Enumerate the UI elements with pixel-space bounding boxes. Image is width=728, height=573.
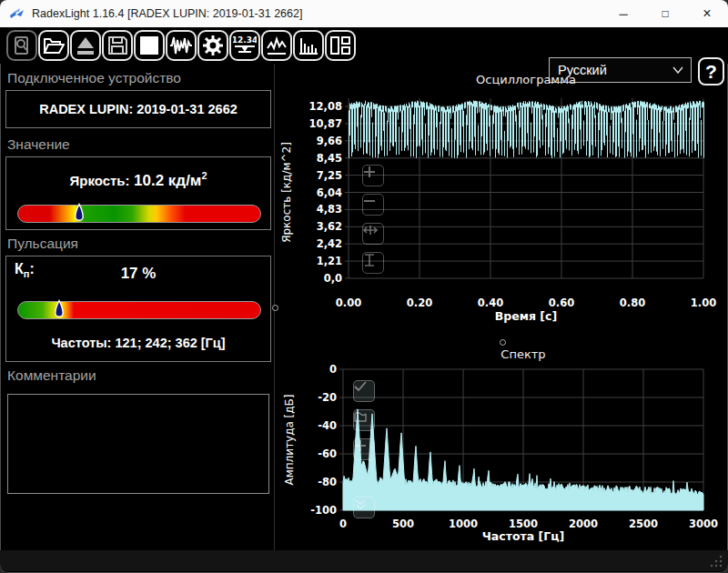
chart-zoom-out-button[interactable] xyxy=(362,194,384,216)
waveform-icon xyxy=(169,35,193,56)
chart-fit-vertical-button[interactable] xyxy=(362,252,384,274)
svg-text:Осциллограмма: Осциллограмма xyxy=(476,73,576,86)
resize-grip[interactable] xyxy=(710,555,723,568)
svg-text:4,83: 4,83 xyxy=(317,203,342,216)
digital-value-icon: 12.34 xyxy=(233,35,257,56)
svg-text:-20: -20 xyxy=(318,391,337,404)
status-bar xyxy=(0,550,728,571)
brightness-scale-bar xyxy=(17,205,261,223)
brightness-value-line: Яркость: 10.2 кд/м2 xyxy=(6,170,270,190)
svg-text:0,0: 0,0 xyxy=(324,272,342,285)
minus-icon xyxy=(363,195,376,207)
save-button[interactable] xyxy=(102,30,133,61)
spectrum-zoom-in-button[interactable] xyxy=(353,438,375,460)
close-button[interactable]: × xyxy=(686,0,728,27)
line-chart-icon xyxy=(266,35,288,55)
comments-input[interactable] xyxy=(7,394,269,494)
pulsation-section-header: Пульсация xyxy=(7,236,78,252)
floppy-disk-icon xyxy=(107,35,127,55)
svg-text:-60: -60 xyxy=(318,447,337,460)
open-file-button[interactable] xyxy=(38,30,69,61)
svg-text:500: 500 xyxy=(392,518,414,530)
open-folder-icon xyxy=(43,35,65,55)
magnifier-document-icon xyxy=(12,35,32,55)
fit-vertical-icon xyxy=(363,253,376,267)
preview-zoom-button[interactable] xyxy=(6,30,37,61)
svg-text:0.40: 0.40 xyxy=(478,297,503,309)
envelope-curve-icon xyxy=(354,410,367,423)
plus-icon xyxy=(363,166,376,178)
value-section-header: Значение xyxy=(7,136,70,153)
svg-text:12.34: 12.34 xyxy=(233,35,257,45)
oscillogram-button[interactable] xyxy=(166,30,197,61)
pulsation-scale-bar xyxy=(17,301,261,319)
svg-text:6,04: 6,04 xyxy=(317,186,342,199)
spectrum-autoscale-button[interactable] xyxy=(353,380,375,402)
brightness-marker-icon xyxy=(74,203,85,225)
layout-panels-button[interactable] xyxy=(325,30,356,61)
brightness-unit-exponent: 2 xyxy=(201,170,207,181)
svg-text:Частота [Гц]: Частота [Гц] xyxy=(482,529,564,543)
comments-section-header: Комментарии xyxy=(7,367,96,384)
svg-text:-100: -100 xyxy=(310,504,337,517)
svg-text:2500: 2500 xyxy=(629,518,658,530)
spectrum-collapse-button[interactable] xyxy=(353,497,375,518)
app-window: RadexLight 1.16.4 [RADEX LUPIN: 2019-01-… xyxy=(0,0,728,573)
svg-text:Амплитуда [дБ]: Амплитуда [дБ] xyxy=(283,394,296,485)
maximize-button[interactable]: □ xyxy=(644,0,686,27)
svg-text:2000: 2000 xyxy=(569,518,598,530)
svg-text:12,08: 12,08 xyxy=(309,100,342,113)
titlebar: RadexLight 1.16.4 [RADEX LUPIN: 2019-01-… xyxy=(0,0,728,27)
device-name: RADEX LUPIN: 2019-01-31 2662 xyxy=(6,102,270,116)
svg-text:Спектр: Спектр xyxy=(500,347,545,361)
svg-text:1000: 1000 xyxy=(449,518,478,530)
layout-icon xyxy=(329,35,351,55)
eject-device-button[interactable] xyxy=(70,30,101,61)
horizontal-splitter-handle[interactable] xyxy=(500,339,506,346)
oscillogram-chart: Осциллограмма12,0810,879,668,457,256,044… xyxy=(278,64,725,337)
svg-text:0: 0 xyxy=(329,363,337,376)
window-title: RadexLight 1.16.4 [RADEX LUPIN: 2019-01-… xyxy=(32,7,302,20)
svg-text:0.60: 0.60 xyxy=(549,297,574,309)
svg-text:8,45: 8,45 xyxy=(317,152,342,165)
bar-chart-icon xyxy=(298,35,319,55)
svg-text:Время [с]: Время [с] xyxy=(495,309,557,323)
plus-icon xyxy=(354,439,367,452)
svg-text:1.00: 1.00 xyxy=(691,297,716,309)
spectrum-view-button[interactable] xyxy=(293,30,324,61)
value-display-button[interactable]: 12.34 xyxy=(229,30,260,61)
svg-text:0.20: 0.20 xyxy=(407,297,432,309)
brightness-label: Яркость: xyxy=(69,173,129,188)
svg-text:3,62: 3,62 xyxy=(317,220,342,233)
chart-pan-button[interactable] xyxy=(362,223,384,245)
chart-zoom-in-button[interactable] xyxy=(362,165,384,186)
double-arrow-down-icon xyxy=(354,498,367,510)
svg-text:1500: 1500 xyxy=(509,518,538,530)
svg-text:10,87: 10,87 xyxy=(309,117,342,130)
eject-icon xyxy=(76,35,96,55)
stop-square-icon xyxy=(139,35,159,55)
pulsation-marker-icon xyxy=(54,299,65,321)
app-icon xyxy=(9,7,25,21)
value-box: Яркость: 10.2 кд/м2 xyxy=(5,156,271,230)
toolbar: 12.34 xyxy=(0,27,728,64)
stop-button[interactable] xyxy=(134,30,165,61)
settings-button[interactable] xyxy=(197,30,228,61)
spectrum-envelope-button[interactable] xyxy=(353,409,375,431)
minimize-button[interactable]: ─ xyxy=(602,0,644,27)
brightness-value: 10.2 кд/м2 xyxy=(134,172,207,189)
svg-text:1,21: 1,21 xyxy=(317,255,342,267)
check-icon xyxy=(354,381,367,392)
svg-text:9,66: 9,66 xyxy=(317,135,342,147)
gear-icon xyxy=(202,35,224,56)
svg-text:Яркость [кд/м^2]: Яркость [кд/м^2] xyxy=(280,142,293,243)
svg-text:3000: 3000 xyxy=(689,518,718,530)
svg-text:2,42: 2,42 xyxy=(317,237,342,250)
svg-text:7,25: 7,25 xyxy=(317,169,342,182)
kp-value: 17 % xyxy=(6,265,270,283)
device-box: RADEX LUPIN: 2019-01-31 2662 xyxy=(5,90,271,128)
frequencies-text: Частоты: 121; 242; 362 [Гц] xyxy=(6,336,270,350)
svg-text:0: 0 xyxy=(339,518,347,530)
pan-arrows-icon xyxy=(363,224,378,236)
line-chart-view-button[interactable] xyxy=(261,30,292,61)
